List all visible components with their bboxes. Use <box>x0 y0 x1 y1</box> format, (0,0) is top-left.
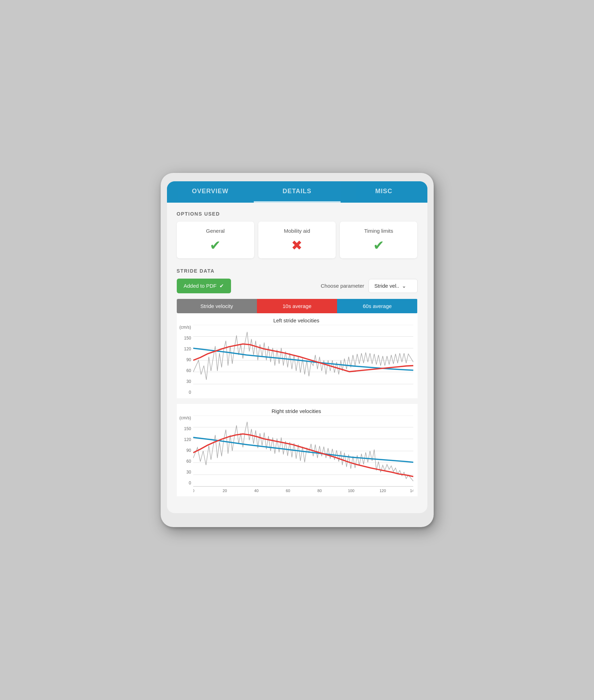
content-area: OPTIONS USED General ✔ Mobility aid ✖ Ti… <box>167 203 427 513</box>
option-timing-label: Timing limits <box>344 228 413 234</box>
dropdown-chevron-icon: ⌄ <box>402 283 406 289</box>
svg-text:0: 0 <box>193 489 194 493</box>
y-label: 0 <box>180 481 191 485</box>
y-label: 120 <box>180 437 191 442</box>
chart-type-tabs: Stride velocity 10s average 60s average <box>177 299 418 313</box>
chart-tab-10s-average[interactable]: 10s average <box>257 299 337 313</box>
svg-text:120: 120 <box>379 489 386 493</box>
right-chart-container: Right stride velocities (cm/s) 150 120 9… <box>177 404 418 496</box>
tab-details[interactable]: DETAILS <box>254 181 341 203</box>
right-chart-svg-area: 0 20 40 60 80 100 120 140 <box>193 415 413 493</box>
y-label: 90 <box>180 357 191 362</box>
left-chart-svg <box>193 325 413 396</box>
svg-text:100: 100 <box>348 489 355 493</box>
right-chart-title: Right stride velocities <box>180 408 413 414</box>
options-used-title: OPTIONS USED <box>177 211 418 217</box>
stride-data-title: STRIDE DATA <box>177 268 418 274</box>
y-label: 90 <box>180 448 191 453</box>
chart-tab-60s-average[interactable]: 60s average <box>337 299 417 313</box>
y-label: (cm/s) <box>180 415 191 420</box>
option-general: General ✔ <box>177 222 254 258</box>
left-chart-svg-area <box>193 325 413 396</box>
right-chart-y-axis: (cm/s) 150 120 90 60 30 0 <box>180 415 193 485</box>
left-chart-container: Left stride velocities (cm/s) 150 120 90… <box>177 313 418 399</box>
y-label: 150 <box>180 426 191 431</box>
parameter-dropdown[interactable]: Stride vel.. ⌄ <box>369 279 418 293</box>
svg-text:20: 20 <box>223 489 227 493</box>
y-label: 0 <box>180 390 191 395</box>
svg-text:140: 140 <box>410 489 413 493</box>
tab-misc[interactable]: MISC <box>341 181 427 203</box>
y-label: 150 <box>180 336 191 341</box>
option-general-icon: ✔ <box>181 239 250 252</box>
y-label: 60 <box>180 368 191 373</box>
left-chart-area: (cm/s) 150 120 90 60 30 0 <box>180 325 413 396</box>
added-to-pdf-button[interactable]: Added to PDF ✔ <box>177 279 231 293</box>
added-to-pdf-label: Added to PDF <box>184 283 217 289</box>
choose-parameter-label: Choose parameter <box>321 283 364 289</box>
y-label: 60 <box>180 459 191 464</box>
tab-overview[interactable]: OVERVIEW <box>167 181 254 203</box>
option-mobility-icon: ✖ <box>263 239 331 252</box>
chart-tab-stride-velocity[interactable]: Stride velocity <box>177 299 257 313</box>
right-chart-area: (cm/s) 150 120 90 60 30 0 <box>180 415 413 493</box>
right-chart-svg: 0 20 40 60 80 100 120 140 <box>193 415 413 493</box>
y-label: 30 <box>180 379 191 384</box>
option-mobility-aid: Mobility aid ✖ <box>258 222 336 258</box>
tablet-wrapper: OVERVIEW DETAILS MISC OPTIONS USED Gener… <box>161 173 434 527</box>
dropdown-value: Stride vel.. <box>375 283 399 289</box>
y-label: 30 <box>180 470 191 475</box>
option-timing-icon: ✔ <box>344 239 413 252</box>
svg-text:40: 40 <box>254 489 258 493</box>
tab-bar: OVERVIEW DETAILS MISC <box>167 181 427 203</box>
left-chart-title: Left stride velocities <box>180 317 413 323</box>
svg-text:80: 80 <box>317 489 322 493</box>
y-label: (cm/s) <box>180 325 191 330</box>
option-mobility-label: Mobility aid <box>263 228 331 234</box>
tablet-inner: OVERVIEW DETAILS MISC OPTIONS USED Gener… <box>167 181 427 513</box>
option-general-label: General <box>181 228 250 234</box>
stride-controls: Added to PDF ✔ Choose parameter Stride v… <box>177 279 418 293</box>
options-grid: General ✔ Mobility aid ✖ Timing limits ✔ <box>177 222 418 258</box>
svg-text:60: 60 <box>286 489 290 493</box>
y-label: 120 <box>180 346 191 351</box>
added-to-pdf-check-icon: ✔ <box>219 283 224 289</box>
left-chart-y-axis: (cm/s) 150 120 90 60 30 0 <box>180 325 193 395</box>
option-timing-limits: Timing limits ✔ <box>340 222 417 258</box>
